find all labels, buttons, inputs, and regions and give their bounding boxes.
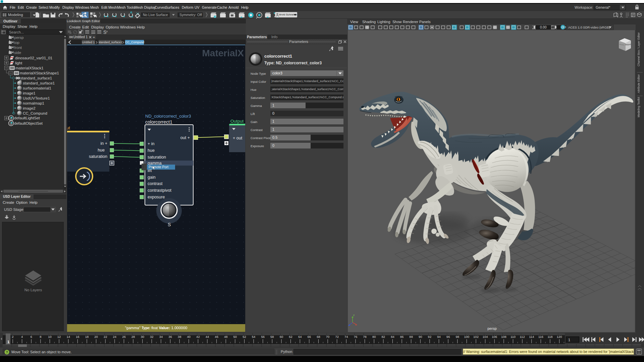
svg-text:26: 26: [122, 335, 126, 339]
svg-text:8: 8: [40, 335, 41, 339]
svg-text:100: 100: [464, 335, 469, 339]
svg-text:{;}: {;}: [638, 351, 640, 354]
svg-text:116: 116: [538, 335, 543, 339]
svg-text:ACES 1.0 SDR-video (sRGB): ACES 1.0 SDR-video (sRGB): [568, 25, 610, 29]
svg-text:76: 76: [354, 335, 358, 339]
svg-text:2: 2: [12, 335, 13, 339]
svg-text:20: 20: [94, 335, 98, 339]
svg-text:12: 12: [57, 335, 61, 339]
svg-text:62: 62: [289, 335, 292, 339]
svg-text:UsdUVTexture1: UsdUVTexture1: [23, 96, 50, 100]
svg-text:side: side: [14, 51, 21, 55]
svg-text:MaterialX: MaterialX: [202, 48, 244, 58]
svg-text:Output: Output: [230, 119, 244, 124]
svg-text:36: 36: [168, 335, 172, 339]
svg-text:S: S: [103, 29, 106, 35]
svg-text:112: 112: [520, 335, 525, 339]
svg-text:exposure: exposure: [148, 195, 165, 199]
svg-text:light: light: [15, 61, 22, 65]
svg-text:86: 86: [400, 335, 404, 339]
svg-text:50: 50: [233, 335, 237, 339]
svg-text:gain: gain: [148, 175, 156, 180]
svg-text:standard_surface1: standard_surface1: [23, 81, 55, 85]
svg-text:58: 58: [270, 335, 274, 339]
svg-text:persp: persp: [14, 36, 24, 40]
svg-text:108: 108: [501, 335, 506, 339]
svg-text:74: 74: [344, 335, 348, 339]
svg-text:10: 10: [48, 335, 52, 339]
svg-text:118: 118: [547, 335, 552, 339]
svg-text:image2: image2: [23, 106, 36, 110]
svg-text:ND_colorcorrect_color3: ND_colorcorrect_color3: [145, 114, 191, 119]
svg-text:hue: hue: [148, 148, 155, 153]
svg-text:98: 98: [455, 335, 459, 339]
svg-text:52: 52: [243, 335, 246, 339]
svg-text:94: 94: [437, 335, 441, 339]
svg-text:CC_Compund: CC_Compund: [23, 111, 47, 115]
svg-text:hue: hue: [98, 148, 105, 153]
svg-text:defaultLightSet: defaultLightSet: [14, 116, 40, 120]
svg-text:y: y: [353, 313, 355, 316]
svg-text:110: 110: [511, 335, 516, 339]
svg-text:32: 32: [150, 335, 154, 339]
svg-text:24: 24: [113, 335, 117, 339]
svg-text:28: 28: [131, 335, 135, 339]
svg-text:42: 42: [196, 335, 200, 339]
svg-text:90: 90: [419, 335, 422, 339]
svg-text:dinosaur02_var01_01: dinosaur02_var01_01: [15, 56, 52, 60]
svg-text:Promote Port: Promote Port: [149, 165, 168, 169]
svg-text:48: 48: [224, 335, 228, 339]
svg-text:92: 92: [428, 335, 432, 339]
svg-text:114: 114: [529, 335, 534, 339]
svg-text:in +: in +: [100, 141, 107, 146]
svg-text:saturation: saturation: [89, 154, 107, 159]
svg-text:+ out: + out: [233, 136, 243, 140]
svg-text:84: 84: [391, 335, 394, 339]
svg-text:6: 6: [31, 335, 32, 339]
svg-text:normalmap1: normalmap1: [23, 101, 44, 105]
svg-text:46: 46: [215, 335, 218, 339]
svg-text:colorcorrect1: colorcorrect1: [145, 119, 172, 125]
svg-text:34: 34: [159, 335, 163, 339]
svg-text:x: x: [106, 30, 108, 33]
svg-text:60: 60: [280, 335, 283, 339]
svg-text:68: 68: [317, 335, 320, 339]
svg-text:+ in: + in: [148, 141, 155, 146]
svg-text:56: 56: [261, 335, 265, 339]
svg-text:82: 82: [382, 335, 385, 339]
svg-text:80: 80: [372, 335, 376, 339]
svg-text:70: 70: [326, 335, 330, 339]
svg-text:40: 40: [187, 335, 191, 339]
svg-text:104: 104: [483, 335, 488, 339]
svg-text:14: 14: [66, 335, 70, 339]
svg-text:surfacematerial1: surfacematerial1: [23, 86, 51, 90]
svg-text:S: S: [168, 222, 171, 227]
svg-text:front: front: [14, 46, 22, 50]
svg-text:contrast: contrast: [148, 181, 163, 186]
svg-text:78: 78: [363, 335, 367, 339]
svg-text:RIGHT: RIGHT: [625, 44, 631, 46]
svg-text:image1: image1: [23, 91, 36, 95]
svg-text:18: 18: [85, 335, 89, 339]
svg-text:saturation: saturation: [148, 155, 166, 160]
svg-text:16: 16: [76, 335, 79, 339]
svg-text:4: 4: [21, 335, 23, 339]
svg-text:standard_surface1: standard_surface1: [20, 76, 52, 80]
svg-text:44: 44: [206, 335, 209, 339]
svg-text:materialXStackShape1: materialXStackShape1: [20, 71, 59, 75]
svg-text:102: 102: [473, 335, 479, 339]
svg-text:64: 64: [298, 335, 302, 339]
svg-text:top: top: [14, 41, 19, 45]
svg-text:out +: out +: [180, 135, 190, 140]
svg-text:106: 106: [492, 335, 497, 339]
svg-text:88: 88: [409, 335, 413, 339]
svg-text:defaultObjectSet: defaultObjectSet: [14, 121, 43, 125]
svg-text:72: 72: [335, 335, 339, 339]
svg-text:66: 66: [308, 335, 311, 339]
svg-text:38: 38: [178, 335, 181, 339]
svg-text:54: 54: [252, 335, 256, 339]
svg-text:?: ?: [6, 351, 8, 354]
svg-text:120: 120: [557, 335, 562, 339]
svg-text:ut: ut: [67, 125, 70, 130]
svg-text:96: 96: [446, 335, 450, 339]
